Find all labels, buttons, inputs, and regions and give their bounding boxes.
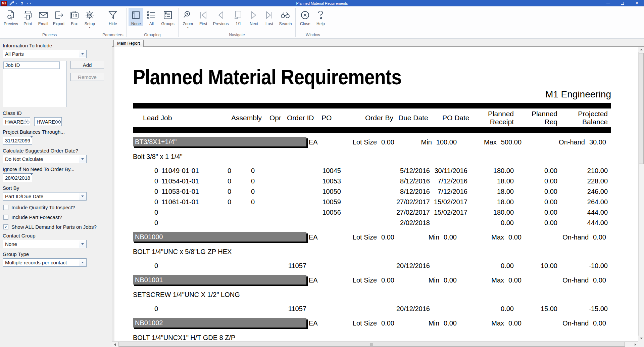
grouping-none-button[interactable]: None [129, 8, 143, 26]
export-button[interactable]: Export [51, 8, 66, 26]
max-value: 500.00 [501, 138, 522, 146]
minimize-icon [606, 3, 610, 3]
email-button[interactable]: Email [36, 8, 51, 26]
ignore-order-by-date-picker[interactable]: 28/02/2018 [3, 173, 32, 182]
sort-by-select[interactable]: Part ID/Due Date [3, 192, 87, 201]
app-icon[interactable]: M1 [1, 1, 7, 6]
page-indicator-button[interactable]: 1/1 [231, 8, 246, 26]
cell-balance: 264.00 [587, 197, 608, 207]
cell-po: 10056 [322, 207, 341, 218]
part-id: NB01001 [135, 276, 163, 284]
help-menu-icon[interactable]: ? [19, 1, 25, 6]
contact-group-select[interactable]: None [3, 240, 87, 248]
chevron-down-icon [30, 175, 33, 181]
min-label: Min [429, 319, 439, 327]
include-part-forecast-checkbox[interactable]: Include Part Forecast? [3, 214, 108, 220]
fax-button[interactable]: Fax [67, 8, 82, 26]
part-description-row: SETSCREW 1/4"UNC X 1/2" LONG [133, 290, 611, 299]
setup-button[interactable]: Setup ▾ [82, 8, 97, 29]
vertical-scroll-thumb[interactable] [639, 53, 644, 164]
window-title: Planned Material Requirements [0, 1, 644, 5]
scroll-right-arrow[interactable] [633, 342, 638, 347]
remove-job-button[interactable]: Remove [70, 73, 104, 81]
part-id-band: BT3/8X1+1/4" [133, 137, 306, 146]
close-window-button[interactable]: ✕ [630, 0, 644, 6]
vertical-scrollbar[interactable] [638, 47, 644, 341]
information-to-include-select[interactable]: All Parts [3, 50, 87, 58]
search-button[interactable]: Search [277, 8, 293, 26]
cell-req: 0.00 [544, 166, 557, 176]
tools-dropdown-caret[interactable]: ▾ [16, 2, 17, 5]
project-balances-date-picker[interactable]: 31/12/2099 [3, 136, 32, 145]
quick-access-customize-icon[interactable]: ▾ [30, 2, 31, 4]
col-po: PO [321, 109, 332, 127]
print-button[interactable]: Print [20, 8, 35, 26]
max-pair: Max0.00 [491, 232, 522, 242]
min-value: 0.00 [444, 233, 457, 241]
max-label: Max [491, 319, 504, 327]
help-button[interactable]: Help [313, 8, 328, 26]
preview-button[interactable]: Preview [2, 8, 20, 26]
horizontal-scrollbar[interactable] [112, 341, 638, 347]
hide-parameters-button[interactable]: Hide [105, 8, 120, 26]
cell-due-date: 8/12/2016 [400, 186, 430, 197]
cell-po-date: 30/11/2016 [434, 166, 467, 176]
zoom-button[interactable]: Zoom ▾ [181, 8, 195, 29]
previous-page-button[interactable]: Previous [211, 8, 231, 26]
min-label: Min [429, 276, 439, 284]
part-description-row: Bolt 3/8" x 1 1/4" [133, 152, 611, 161]
job-id-column-header[interactable]: Job ID [3, 61, 60, 69]
horizontal-scroll-thumb[interactable] [118, 342, 625, 347]
chevron-down-icon [79, 50, 86, 57]
part-description: Bolt 3/8" x 1 1/4" [133, 153, 183, 160]
information-to-include-label: Information To Include [3, 43, 108, 48]
close-report-button[interactable]: Close [298, 8, 312, 26]
min-value: 0.00 [444, 276, 457, 284]
report-data-row: 000100508/12/20167/12/201618.000.00246.0… [133, 186, 611, 197]
cell-assembly: 0 [228, 176, 231, 186]
cell-lead: 0 [154, 218, 158, 228]
help-dropdown-caret[interactable]: ▾ [27, 2, 28, 5]
first-page-button[interactable]: First [196, 8, 211, 26]
cell-opr: 0 [251, 176, 255, 186]
ribbon-separator [330, 8, 330, 37]
col-projected-balance: ProjectedBalance [578, 110, 608, 126]
part-band-row: NB01002EALot Size0.00Min0.00Max0.00On-ha… [133, 318, 611, 328]
lookup-binoculars-icon[interactable] [55, 119, 61, 125]
cell-receipt: 0.00 [501, 261, 514, 271]
add-job-button[interactable]: Add [70, 61, 104, 69]
binoculars-icon [280, 8, 291, 22]
class-id-to-field[interactable]: HWARE [34, 117, 62, 126]
max-value: 0.00 [508, 319, 522, 327]
tools-icon[interactable] [9, 1, 14, 6]
on-hand-value: 30.00 [589, 138, 606, 146]
scroll-left-arrow[interactable] [112, 342, 118, 347]
part-description-row: BOLT 1/4"UNC x 5/8"LG ZP HEX [133, 247, 611, 256]
job-id-listbox[interactable]: Job ID [3, 61, 66, 107]
ribbon-group-window: Close Help Window [296, 6, 330, 38]
cell-req: 15.00 [541, 304, 557, 314]
cell-balance: 444.00 [587, 207, 608, 218]
cell-lead: 0 [154, 261, 158, 271]
minimize-button[interactable] [601, 0, 615, 6]
cell-po-date: 7/12/2016 [438, 176, 467, 186]
first-page-icon [198, 8, 209, 22]
group-type-select[interactable]: Multiple records per contact [3, 258, 87, 267]
include-quantity-to-inspect-checkbox[interactable]: Include Quantity To Inspect? [3, 205, 108, 210]
maximize-button[interactable] [615, 0, 630, 6]
lookup-binoculars-icon[interactable] [23, 119, 30, 125]
next-page-button[interactable]: Next [246, 8, 261, 26]
last-page-button[interactable]: Last [262, 8, 277, 26]
grouping-all-button[interactable]: All [144, 8, 159, 26]
email-icon [38, 8, 49, 22]
scroll-down-arrow[interactable] [638, 336, 644, 341]
close-circle-icon [299, 8, 311, 22]
scroll-up-arrow[interactable] [638, 47, 644, 52]
col-lead-job: Lead Job [143, 109, 172, 127]
question-icon [315, 8, 326, 22]
show-all-demand-checkbox[interactable]: Show ALL Demand for Parts on Jobs? [3, 224, 108, 230]
class-id-from-field[interactable]: HWARE [3, 117, 30, 126]
grouping-groups-button[interactable]: Groups [159, 8, 176, 26]
main-report-tab[interactable]: Main Report [113, 40, 144, 47]
calc-order-date-select[interactable]: Do Not Calculate [3, 155, 87, 163]
